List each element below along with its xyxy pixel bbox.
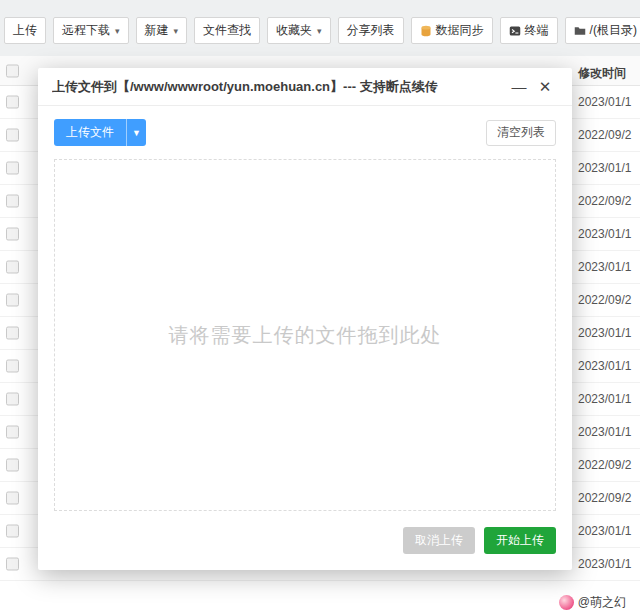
chevron-down-icon: ▾ — [115, 26, 120, 36]
upload-dialog-header: 上传文件到【/www/wwwroot/yun.moehuan.cn】--- 支持… — [38, 68, 572, 106]
terminal-button[interactable]: 终端 — [500, 17, 558, 44]
upload-dropzone[interactable]: 请将需要上传的文件拖到此处 — [54, 159, 556, 511]
cancel-upload-button[interactable]: 取消上传 — [403, 527, 475, 554]
share-list-label: 分享列表 — [347, 22, 395, 39]
row-checkbox[interactable] — [6, 96, 19, 109]
chevron-down-icon: ▾ — [174, 26, 179, 36]
minimize-icon[interactable]: — — [506, 68, 532, 106]
terminal-icon — [509, 25, 521, 37]
row-checkbox[interactable] — [6, 261, 19, 274]
row-modified-time: 2022/09/2 — [578, 458, 631, 472]
file-search-label: 文件查找 — [203, 22, 251, 39]
avatar — [559, 595, 574, 610]
upload-dialog: 上传文件到【/www/wwwroot/yun.moehuan.cn】--- 支持… — [38, 68, 572, 570]
dropzone-hint-text: 请将需要上传的文件拖到此处 — [169, 322, 442, 349]
favorites-label: 收藏夹 — [276, 22, 312, 39]
row-checkbox[interactable] — [6, 525, 19, 538]
row-modified-time: 2023/01/1 — [578, 326, 631, 340]
row-checkbox[interactable] — [6, 393, 19, 406]
chevron-down-icon: ▼ — [132, 128, 141, 138]
folder-icon — [574, 25, 586, 37]
select-all-checkbox[interactable] — [6, 65, 19, 78]
modified-time-column-header: 修改时间 — [578, 65, 626, 82]
remote-download-label: 远程下载 — [62, 22, 110, 39]
row-checkbox[interactable] — [6, 327, 19, 340]
row-modified-time: 2023/01/1 — [578, 524, 631, 538]
upload-dialog-toolbar: 上传文件 ▼ 清空列表 — [38, 106, 572, 155]
chevron-down-icon: ▾ — [317, 26, 322, 36]
row-modified-time: 2022/09/2 — [578, 293, 631, 307]
file-search-button[interactable]: 文件查找 — [194, 17, 260, 44]
row-checkbox[interactable] — [6, 558, 19, 571]
remote-download-button[interactable]: 远程下载 ▾ — [53, 17, 129, 44]
path-root-label: /(根目录) (1... — [590, 22, 640, 39]
row-checkbox[interactable] — [6, 360, 19, 373]
share-list-button[interactable]: 分享列表 — [338, 17, 404, 44]
new-item-button[interactable]: 新建 ▾ — [136, 17, 188, 44]
row-modified-time: 2022/09/2 — [578, 491, 631, 505]
upload-button[interactable]: 上传 — [4, 17, 46, 44]
watermark: @萌之幻 — [559, 594, 626, 611]
upload-dialog-footer: 取消上传 开始上传 — [38, 511, 572, 570]
file-manager-toolbar: 上传 远程下载 ▾ 新建 ▾ 文件查找 收藏夹 ▾ 分享列表 数据同步 终端 /… — [4, 17, 640, 44]
database-icon — [420, 25, 432, 37]
upload-file-button[interactable]: 上传文件 — [54, 119, 126, 146]
upload-file-split-button: 上传文件 ▼ — [54, 119, 146, 146]
row-checkbox[interactable] — [6, 162, 19, 175]
row-modified-time: 2023/01/1 — [578, 425, 631, 439]
row-checkbox[interactable] — [6, 492, 19, 505]
row-modified-time: 2022/09/2 — [578, 128, 631, 142]
row-modified-time: 2023/01/1 — [578, 95, 631, 109]
upload-button-label: 上传 — [13, 22, 37, 39]
row-modified-time: 2023/01/1 — [578, 557, 631, 571]
row-checkbox[interactable] — [6, 459, 19, 472]
row-modified-time: 2023/01/1 — [578, 260, 631, 274]
clear-list-button[interactable]: 清空列表 — [486, 120, 556, 146]
row-checkbox[interactable] — [6, 426, 19, 439]
path-root-button[interactable]: /(根目录) (1... — [565, 17, 640, 44]
row-modified-time: 2023/01/1 — [578, 359, 631, 373]
row-checkbox[interactable] — [6, 228, 19, 241]
favorites-button[interactable]: 收藏夹 ▾ — [267, 17, 331, 44]
upload-file-dropdown-toggle[interactable]: ▼ — [126, 119, 146, 146]
row-modified-time: 2022/09/2 — [578, 194, 631, 208]
row-modified-time: 2023/01/1 — [578, 227, 631, 241]
row-modified-time: 2023/01/1 — [578, 392, 631, 406]
row-modified-time: 2023/01/1 — [578, 161, 631, 175]
row-checkbox[interactable] — [6, 294, 19, 307]
close-icon[interactable]: ✕ — [532, 68, 558, 106]
terminal-label: 终端 — [525, 22, 549, 39]
upload-dialog-title: 上传文件到【/www/wwwroot/yun.moehuan.cn】--- 支持… — [52, 78, 506, 96]
new-item-label: 新建 — [145, 22, 169, 39]
start-upload-button[interactable]: 开始上传 — [484, 527, 556, 554]
data-sync-button[interactable]: 数据同步 — [411, 17, 493, 44]
data-sync-label: 数据同步 — [436, 22, 484, 39]
watermark-text: @萌之幻 — [578, 594, 626, 611]
row-checkbox[interactable] — [6, 195, 19, 208]
row-checkbox[interactable] — [6, 129, 19, 142]
